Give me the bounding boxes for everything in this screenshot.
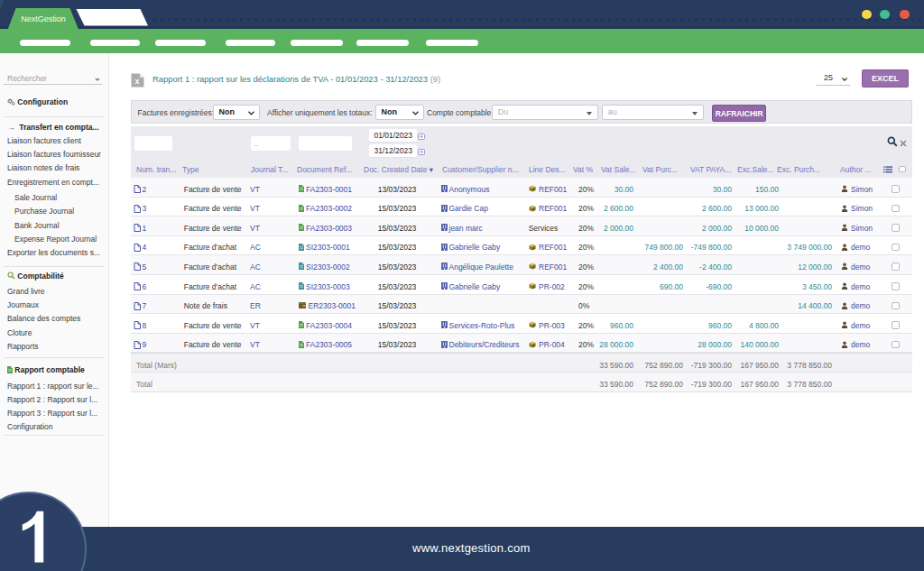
svg-text:x: x bbox=[134, 77, 139, 86]
